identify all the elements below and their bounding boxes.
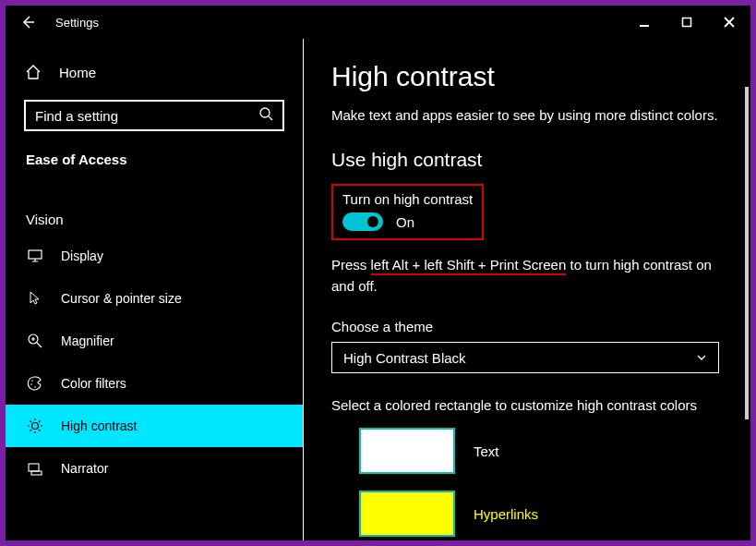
palette-icon bbox=[26, 374, 44, 393]
sidebar-item-label: High contrast bbox=[61, 419, 137, 433]
home-icon bbox=[24, 63, 42, 81]
swatch-row-text: Text bbox=[359, 428, 732, 474]
group-label-vision: Vision bbox=[6, 175, 303, 235]
sidebar-item-highcontrast[interactable]: High contrast bbox=[6, 405, 303, 447]
nav-list: Display Cursor & pointer size Magnifier … bbox=[6, 235, 303, 490]
swatch-text[interactable] bbox=[359, 428, 455, 474]
page-description: Make text and apps easier to see by usin… bbox=[331, 107, 732, 123]
svg-rect-1 bbox=[683, 18, 691, 27]
svg-point-6 bbox=[30, 383, 32, 385]
sidebar-item-colorfilters[interactable]: Color filters bbox=[6, 362, 303, 405]
page-title: High contrast bbox=[331, 61, 732, 92]
content-area: Home Ease of Access Vision Display bbox=[6, 39, 750, 540]
highlight-box: Turn on high contrast On bbox=[331, 184, 484, 240]
main-panel: High contrast Make text and apps easier … bbox=[304, 39, 750, 540]
search-icon bbox=[258, 106, 273, 125]
sidebar-item-label: Cursor & pointer size bbox=[61, 291, 182, 306]
window-controls bbox=[623, 7, 750, 37]
svg-point-7 bbox=[34, 386, 36, 388]
home-nav[interactable]: Home bbox=[6, 55, 303, 89]
scrollbar[interactable] bbox=[745, 87, 749, 419]
monitor-icon bbox=[26, 247, 44, 265]
sidebar-item-display[interactable]: Display bbox=[6, 235, 303, 277]
sidebar-item-label: Magnifier bbox=[61, 334, 114, 348]
maximize-icon bbox=[681, 17, 692, 28]
swatch-label-text: Text bbox=[474, 443, 499, 459]
toggle-row: On bbox=[342, 212, 473, 231]
cursor-icon bbox=[26, 289, 44, 308]
svg-point-2 bbox=[260, 108, 270, 117]
titlebar: Settings bbox=[6, 6, 750, 39]
section-header: Ease of Access bbox=[6, 146, 303, 175]
theme-label: Choose a theme bbox=[331, 319, 732, 334]
use-heading: Use high contrast bbox=[331, 149, 732, 171]
app-title: Settings bbox=[55, 16, 99, 30]
svg-rect-0 bbox=[640, 25, 649, 27]
theme-select[interactable]: High Contrast Black bbox=[331, 342, 719, 373]
swatch-hyperlinks[interactable] bbox=[359, 491, 455, 537]
shortcut-hint: Press left Alt + left Shift + Print Scre… bbox=[331, 255, 732, 297]
toggle-knob bbox=[367, 216, 378, 227]
brightness-icon bbox=[26, 417, 44, 435]
maximize-button[interactable] bbox=[666, 7, 708, 37]
sidebar-item-label: Color filters bbox=[61, 376, 126, 391]
toggle-label: Turn on high contrast bbox=[342, 191, 473, 207]
svg-point-8 bbox=[32, 423, 39, 430]
sidebar-item-narrator[interactable]: Narrator bbox=[6, 447, 303, 490]
hint-prefix: Press bbox=[331, 257, 371, 273]
close-icon bbox=[724, 17, 735, 28]
toggle-state: On bbox=[396, 214, 414, 230]
sidebar-item-label: Display bbox=[61, 249, 103, 263]
search-box[interactable] bbox=[24, 100, 284, 131]
high-contrast-toggle[interactable] bbox=[342, 212, 383, 231]
minimize-button[interactable] bbox=[623, 7, 666, 37]
svg-rect-9 bbox=[29, 464, 39, 471]
close-button[interactable] bbox=[708, 7, 750, 37]
svg-point-5 bbox=[31, 380, 33, 382]
magnifier-icon bbox=[26, 332, 44, 350]
search-wrap bbox=[24, 100, 284, 131]
svg-rect-3 bbox=[29, 250, 42, 259]
settings-window: Settings Home bbox=[6, 6, 750, 540]
minimize-icon bbox=[639, 17, 650, 28]
search-input[interactable] bbox=[35, 108, 251, 124]
swatch-desc: Select a colored rectangle to customize … bbox=[331, 397, 732, 413]
home-label: Home bbox=[59, 65, 96, 80]
sidebar-item-label: Narrator bbox=[61, 461, 108, 476]
theme-value: High Contrast Black bbox=[343, 350, 466, 366]
sidebar-item-cursor[interactable]: Cursor & pointer size bbox=[6, 277, 303, 320]
swatch-row-hyperlinks: Hyperlinks bbox=[359, 491, 732, 537]
sidebar-item-magnifier[interactable]: Magnifier bbox=[6, 320, 303, 362]
back-arrow-icon bbox=[19, 14, 36, 30]
chevron-down-icon bbox=[696, 350, 707, 366]
svg-rect-10 bbox=[31, 471, 42, 475]
back-button[interactable] bbox=[13, 7, 42, 37]
swatch-label-hyperlinks: Hyperlinks bbox=[474, 506, 538, 522]
narrator-icon bbox=[26, 459, 44, 478]
hint-shortcut: left Alt + left Shift + Print Screen bbox=[371, 257, 567, 275]
sidebar: Home Ease of Access Vision Display bbox=[6, 39, 304, 540]
